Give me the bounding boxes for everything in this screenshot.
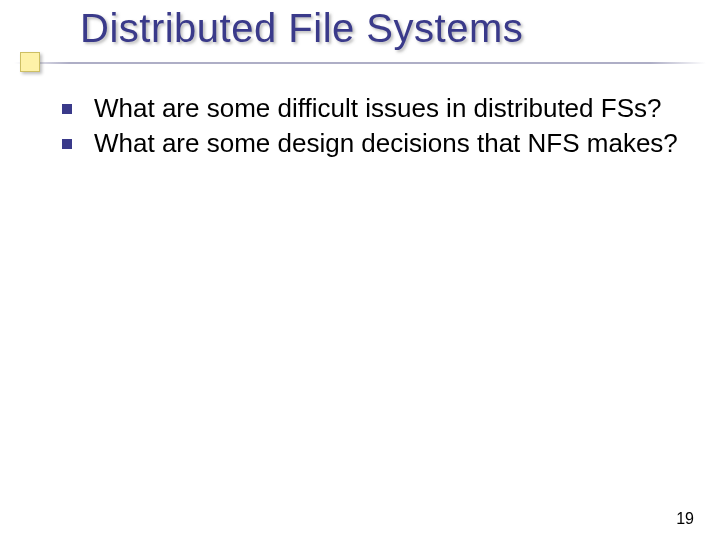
list-item: What are some design decisions that NFS …: [62, 127, 682, 160]
slide-title: Distributed File Systems: [80, 6, 720, 51]
title-underline: [14, 62, 706, 64]
bullet-square-icon: [62, 139, 72, 149]
bullet-square-icon: [62, 104, 72, 114]
bullet-text: What are some design decisions that NFS …: [94, 127, 678, 160]
page-number: 19: [676, 510, 694, 528]
accent-square-icon: [20, 52, 40, 72]
list-item: What are some difficult issues in distri…: [62, 92, 682, 125]
bullet-text: What are some difficult issues in distri…: [94, 92, 661, 125]
content-area: What are some difficult issues in distri…: [62, 92, 682, 161]
title-area: Distributed File Systems: [0, 6, 720, 51]
